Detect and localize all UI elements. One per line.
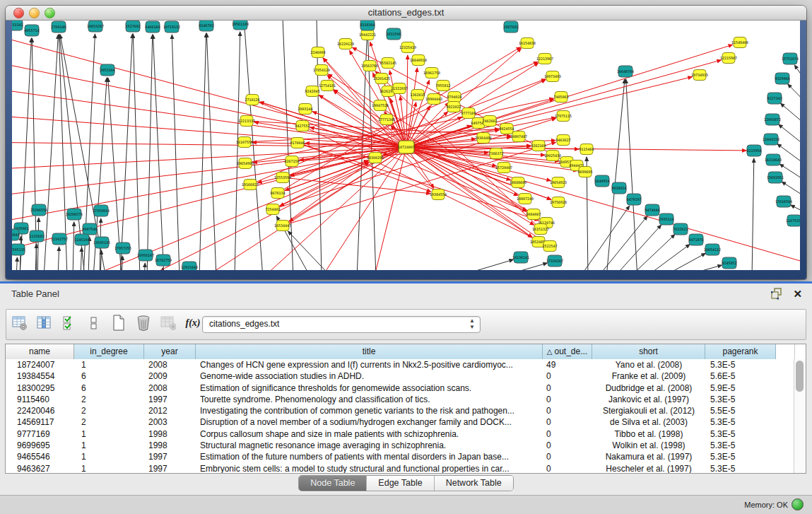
graph-edge[interactable] <box>147 35 153 270</box>
delete-icon[interactable] <box>136 315 151 332</box>
graph-edge[interactable] <box>16 257 17 270</box>
column-header-short[interactable]: short <box>592 344 705 359</box>
table-settings-icon[interactable] <box>12 315 28 332</box>
graph-edge[interactable] <box>677 265 722 270</box>
cell-pagerank[interactable]: 5.6E-5 <box>705 370 776 382</box>
cell-title[interactable]: Changes of HCN gene expression and I(f) … <box>196 359 543 370</box>
cell-pagerank[interactable]: 5.3E-5 <box>705 416 776 428</box>
column-header-pagerank[interactable]: pagerank <box>705 344 776 359</box>
graph-edge[interactable] <box>206 33 216 270</box>
cell-out_degree[interactable]: 0 <box>543 463 592 473</box>
cell-short[interactable]: Franke et al. (2009) <box>592 370 705 382</box>
table-row[interactable]: 1938455462009Genome-wide association stu… <box>6 370 794 382</box>
graph-edge[interactable] <box>12 147 406 259</box>
graph-edge[interactable] <box>100 250 102 270</box>
graph-edge[interactable] <box>144 263 145 270</box>
cell-name[interactable]: 9115460 <box>6 394 74 405</box>
column-header-name[interactable]: name <box>6 344 74 359</box>
table-row[interactable]: 2242004622012Investigating the contribut… <box>6 405 794 416</box>
graph-edge[interactable] <box>661 253 705 270</box>
cell-year[interactable]: 2008 <box>144 359 196 370</box>
close-panel-icon[interactable]: ✕ <box>793 288 802 300</box>
cell-out_degree[interactable]: 0 <box>543 451 592 462</box>
cell-short[interactable]: de Silva et al. (2003) <box>592 416 705 428</box>
column-header-title[interactable]: title <box>196 344 543 359</box>
cell-title[interactable]: Estimation of significance thresholds fo… <box>196 382 543 394</box>
column-header-in_degree[interactable]: in_degree <box>74 344 144 359</box>
cell-pagerank[interactable]: 5.9E-5 <box>705 382 776 394</box>
graph-edge[interactable] <box>73 222 74 270</box>
table-row[interactable]: 1830029562008Estimation of significance … <box>6 382 794 394</box>
network-canvas[interactable]: 1872400718300295924284528031448427552917… <box>12 21 800 270</box>
cell-pagerank[interactable]: 5.3E-5 <box>705 428 776 440</box>
cell-name[interactable]: 14569117 <box>6 416 74 428</box>
cell-out_degree[interactable]: 49 <box>543 359 592 370</box>
cell-year[interactable]: 2009 <box>144 370 196 382</box>
cell-title[interactable]: Investigating the contribution of common… <box>196 405 543 416</box>
cell-in_degree[interactable]: 1 <box>74 440 144 451</box>
cell-out_degree[interactable]: 0 <box>543 405 592 416</box>
cell-title[interactable]: Estimation of the future numbers of pati… <box>196 451 543 462</box>
graph-edge[interactable] <box>133 34 140 270</box>
graph-edge[interactable] <box>496 263 547 270</box>
cell-pagerank[interactable]: 5.3E-5 <box>705 394 776 405</box>
cell-year[interactable]: 1998 <box>144 428 196 440</box>
cell-name[interactable]: 9463627 <box>6 463 74 473</box>
graph-edge[interactable] <box>120 34 132 270</box>
row-height-icon[interactable] <box>86 315 102 332</box>
table-vertical-scrollbar[interactable] <box>794 359 806 473</box>
select-columns-icon[interactable] <box>61 315 77 332</box>
table-row[interactable]: 1872400712008Changes of HCN gene express… <box>6 359 794 370</box>
column-header-year[interactable]: year <box>144 344 196 359</box>
cell-title[interactable]: Embryonic stem cells: a model to study s… <box>196 463 543 473</box>
cell-short[interactable]: Wolkin et al. (1998) <box>592 440 705 451</box>
function-builder-icon[interactable]: f(x) <box>185 315 201 332</box>
cell-year[interactable]: 2012 <box>144 405 196 416</box>
cell-title[interactable]: Structural magnetic resonance image aver… <box>196 440 543 451</box>
cell-title[interactable]: Tourette syndrome. Phenomenology and cla… <box>196 394 543 405</box>
new-document-icon[interactable] <box>111 315 126 332</box>
cell-title[interactable]: Corpus callosum shape and size in male p… <box>196 428 543 440</box>
cell-year[interactable]: 1998 <box>144 440 196 451</box>
cell-in_degree[interactable]: 1 <box>74 359 144 370</box>
cell-title[interactable]: Genome-wide association studies in ADHD. <box>196 370 543 382</box>
graph-edge[interactable] <box>791 205 800 216</box>
cell-short[interactable]: Hescheler et al. (1997) <box>592 463 705 473</box>
graph-edge[interactable] <box>788 84 800 108</box>
graph-edge[interactable] <box>199 33 206 270</box>
graph-edge[interactable] <box>613 225 661 270</box>
cell-pagerank[interactable]: 5.3E-5 <box>705 463 776 473</box>
cell-name[interactable]: 9465546 <box>6 451 74 462</box>
scrollbar-thumb[interactable] <box>796 361 804 392</box>
graph-edge[interactable] <box>777 144 800 169</box>
cell-year[interactable]: 1997 <box>144 394 196 405</box>
column-header-out_degree[interactable]: △out_de... <box>543 344 592 359</box>
cell-out_degree[interactable]: 0 <box>543 394 592 405</box>
cell-in_degree[interactable]: 6 <box>74 370 144 382</box>
cell-year[interactable]: 2003 <box>144 416 196 428</box>
graph-edge[interactable] <box>153 35 164 270</box>
cell-short[interactable]: Jankovic et al. (1997) <box>592 394 705 405</box>
cell-out_degree[interactable]: 0 <box>543 382 592 394</box>
float-panel-icon[interactable] <box>771 288 783 300</box>
cell-out_degree[interactable]: 0 <box>543 416 592 428</box>
graph-edge[interactable] <box>283 163 369 226</box>
show-columns-icon[interactable] <box>37 315 52 332</box>
graph-edge[interactable] <box>12 147 406 199</box>
graph-edge[interactable] <box>794 65 800 89</box>
cell-pagerank[interactable]: 5.3E-5 <box>705 451 776 462</box>
cell-name[interactable]: 18724007 <box>6 359 74 370</box>
graph-edge[interactable] <box>288 231 332 270</box>
cell-in_degree[interactable]: 2 <box>74 405 144 416</box>
cell-in_degree[interactable]: 1 <box>74 428 144 440</box>
cell-in_degree[interactable]: 1 <box>74 451 144 462</box>
cell-year[interactable]: 1997 <box>144 451 196 462</box>
memory-status-icon[interactable] <box>792 498 804 510</box>
graph-edge[interactable] <box>597 216 647 270</box>
table-row[interactable]: 1456911722003Disruption of a novel membe… <box>6 416 794 428</box>
cell-name[interactable]: 9777169 <box>6 428 74 440</box>
graph-edge[interactable] <box>283 177 430 194</box>
cell-short[interactable]: Stergiakouli et al. (2012) <box>592 405 705 416</box>
graph-edge[interactable] <box>780 103 800 129</box>
cell-in_degree[interactable]: 1 <box>74 463 144 473</box>
